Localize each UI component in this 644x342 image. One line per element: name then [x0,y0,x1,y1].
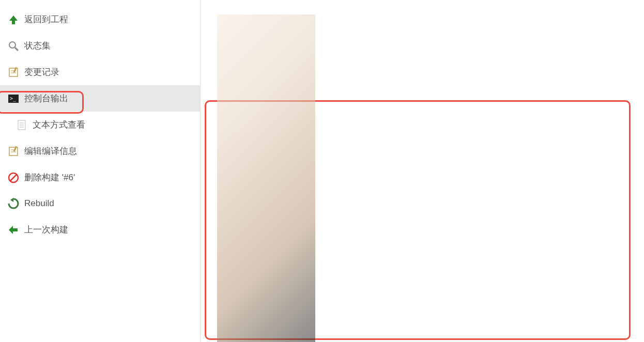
svg-text:>_: >_ [10,96,17,102]
svg-rect-12 [9,147,18,156]
sidebar-item-view-as-text[interactable]: 文本方式查看 [0,112,200,138]
sidebar-item-rebuild[interactable]: Rebuild [0,191,200,216]
sidebar-item-console-output[interactable]: >_ 控制台输出 [0,85,200,112]
notepad-icon [8,67,19,78]
sidebar-item-label: 删除构建 '#6' [24,172,75,183]
svg-rect-2 [9,68,18,76]
sidebar-item-label: 返回到工程 [24,13,68,25]
background-art [217,14,315,342]
document-icon [16,119,27,131]
notepad-edit-icon [8,146,19,157]
sidebar-item-label: Rebuild [24,198,54,209]
sidebar-item-delete-build[interactable]: 删除构建 '#6' [0,164,200,191]
sidebar: 返回到工程 状态集 变更记录 >_ 控制台输出 文本方式查看 编辑编译信息 [0,0,201,342]
svg-marker-18 [10,198,13,202]
svg-line-17 [10,175,17,181]
sidebar-item-label: 上一次构建 [24,224,68,236]
magnifier-icon [8,40,19,52]
sidebar-item-label: 编辑编译信息 [24,145,77,157]
sidebar-item-label: 变更记录 [24,66,59,78]
sidebar-item-edit-build-info[interactable]: 编辑编译信息 [0,138,200,164]
left-arrow-icon [8,224,19,236]
sidebar-item-previous-build[interactable]: 上一次构建 [0,216,200,243]
sidebar-item-label: 控制台输出 [24,92,68,104]
svg-line-1 [15,48,18,51]
rebuild-icon [8,198,19,209]
main-content: 控制台输出 Started by user admin Running as S… [201,0,644,342]
sidebar-item-label: 文本方式查看 [33,119,85,131]
svg-point-0 [9,42,16,48]
terminal-icon: >_ [8,93,19,104]
up-arrow-icon [8,14,19,25]
sidebar-item-changes[interactable]: 变更记录 [0,59,200,85]
delete-icon [8,172,19,183]
sidebar-item-back-to-project[interactable]: 返回到工程 [0,6,200,33]
sidebar-item-label: 状态集 [24,40,51,52]
sidebar-item-status[interactable]: 状态集 [0,33,200,59]
